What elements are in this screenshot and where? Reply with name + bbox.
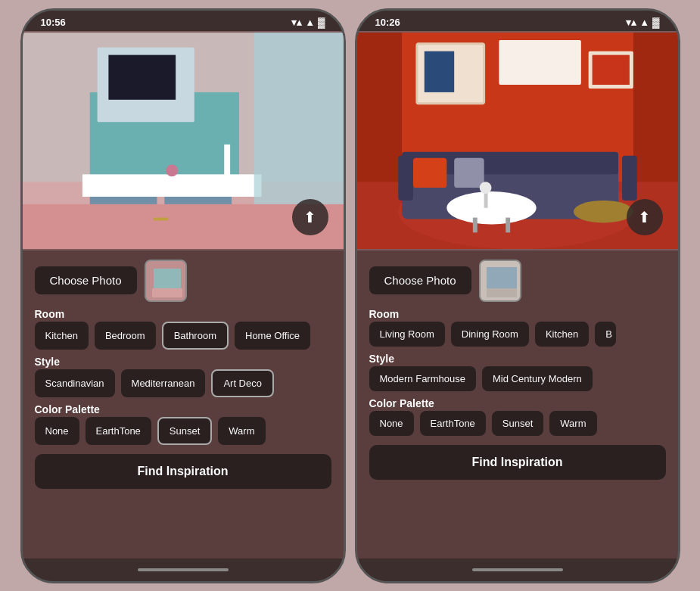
room-chip-livingroom[interactable]: Living Room bbox=[369, 322, 445, 347]
svg-point-11 bbox=[166, 164, 178, 176]
bottom-section-1: Choose Photo Room Kitchen Bedroom bbox=[23, 250, 344, 558]
svg-rect-15 bbox=[152, 288, 182, 297]
phone-2: 10:26 ▾▴ ▲ ▓ bbox=[355, 8, 680, 583]
share-button-1[interactable]: ⬆ bbox=[292, 199, 328, 235]
choose-row-2: Choose Photo bbox=[369, 260, 666, 302]
svg-rect-30 bbox=[398, 155, 413, 200]
choose-row-1: Choose Photo bbox=[35, 260, 331, 302]
choose-photo-button-1[interactable]: Choose Photo bbox=[35, 266, 137, 294]
style-chip-midcentury[interactable]: Mid Century Modern bbox=[482, 366, 593, 391]
style-chips-1: Scandinavian Mediterranean Art Deco bbox=[35, 369, 331, 397]
svg-rect-39 bbox=[506, 217, 510, 232]
room-image-2: ⬆ bbox=[357, 31, 678, 250]
find-inspiration-button-1[interactable]: Find Inspiration bbox=[35, 454, 331, 489]
room-chip-diningroom[interactable]: Dining Room bbox=[451, 322, 529, 347]
time-1: 10:56 bbox=[41, 17, 66, 28]
room-chip-homeoffice[interactable]: Home Office bbox=[235, 322, 310, 350]
room-chip-partial[interactable]: B bbox=[595, 322, 616, 347]
room-chip-kitchen-2[interactable]: Kitchen bbox=[535, 322, 589, 347]
svg-rect-42 bbox=[487, 288, 517, 297]
share-button-2[interactable]: ⬆ bbox=[627, 199, 663, 235]
color-chip-none-2[interactable]: None bbox=[369, 411, 414, 436]
svg-rect-41 bbox=[487, 267, 517, 288]
home-bar-2 bbox=[472, 568, 563, 571]
signal-icon: ▲ bbox=[305, 17, 315, 28]
color-chip-sunset-2[interactable]: Sunset bbox=[492, 411, 543, 436]
svg-rect-32 bbox=[412, 157, 446, 187]
svg-point-34 bbox=[446, 191, 536, 224]
color-chip-earthtone-1[interactable]: EarthTone bbox=[86, 417, 151, 445]
room-chips-1: Kitchen Bedroom Bathroom Home Office bbox=[35, 322, 331, 350]
share-icon-1: ⬆ bbox=[303, 208, 316, 226]
find-inspiration-button-2[interactable]: Find Inspiration bbox=[369, 445, 666, 480]
svg-rect-31 bbox=[622, 155, 637, 200]
room-chips-2: Living Room Dining Room Kitchen B bbox=[369, 322, 666, 347]
color-chips-1: None EarthTone Sunset Warm bbox=[35, 417, 331, 445]
phone-content-2: ⬆ Choose Photo Room bbox=[357, 31, 678, 558]
style-chip-scandinavian[interactable]: Scandinavian bbox=[35, 369, 115, 397]
home-indicator-2 bbox=[357, 558, 678, 581]
phone-content-1: ⬆ Choose Photo Room bbox=[23, 31, 344, 558]
status-bar-2: 10:26 ▾▴ ▲ ▓ bbox=[357, 11, 678, 31]
color-chip-earthtone-2[interactable]: EarthTone bbox=[420, 411, 486, 436]
room-section-2: Room Living Room Dining Room Kitchen B bbox=[369, 308, 666, 347]
battery-icon: ▓ bbox=[318, 17, 325, 28]
style-chip-modernfarmhouse[interactable]: Modern Farmhouse bbox=[369, 366, 476, 391]
color-chips-2: None EarthTone Sunset Warm bbox=[369, 411, 666, 436]
color-label-2: Color Palette bbox=[369, 397, 666, 409]
room-chip-bathroom[interactable]: Bathroom bbox=[162, 322, 229, 350]
wifi-icon-2: ▾▴ bbox=[626, 17, 636, 28]
style-chips-2: Modern Farmhouse Mid Century Modern bbox=[369, 366, 666, 391]
svg-rect-12 bbox=[153, 217, 168, 220]
room-image-1: ⬆ bbox=[23, 31, 344, 250]
svg-rect-14 bbox=[154, 269, 181, 288]
bottom-section-2: Choose Photo Room Living Room Dining bbox=[357, 250, 678, 558]
phone-1: 10:56 ▾▴ ▲ ▓ bbox=[20, 8, 346, 583]
svg-rect-10 bbox=[224, 144, 230, 188]
style-section-2: Style Modern Farmhouse Mid Century Moder… bbox=[369, 353, 666, 391]
svg-rect-22 bbox=[424, 51, 453, 92]
svg-rect-23 bbox=[499, 39, 580, 84]
svg-rect-33 bbox=[454, 157, 484, 187]
thumb-image-2 bbox=[481, 261, 520, 300]
room-section-1: Room Kitchen Bedroom Bathroom Home Offic… bbox=[35, 308, 331, 350]
svg-rect-38 bbox=[472, 217, 477, 232]
room-chip-kitchen[interactable]: Kitchen bbox=[35, 322, 89, 350]
color-chip-sunset-1[interactable]: Sunset bbox=[157, 417, 212, 445]
svg-point-35 bbox=[573, 200, 633, 222]
svg-point-37 bbox=[479, 182, 491, 194]
svg-rect-8 bbox=[254, 33, 343, 204]
thumb-image-1 bbox=[146, 261, 185, 300]
style-section-1: Style Scandinavian Mediterranean Art Dec… bbox=[35, 356, 331, 397]
color-section-2: Color Palette None EarthTone Sunset Warm bbox=[369, 397, 666, 436]
style-chip-artdeco[interactable]: Art Deco bbox=[211, 369, 274, 397]
home-indicator-1 bbox=[23, 558, 344, 581]
home-bar-1 bbox=[138, 568, 229, 571]
style-label-2: Style bbox=[369, 353, 666, 365]
room-label-1: Room bbox=[35, 308, 331, 320]
svg-rect-4 bbox=[82, 174, 261, 197]
room-label-2: Room bbox=[369, 308, 666, 320]
svg-rect-9 bbox=[108, 54, 176, 99]
color-label-1: Color Palette bbox=[35, 403, 331, 415]
wifi-icon: ▾▴ bbox=[291, 17, 302, 28]
choose-photo-button-2[interactable]: Choose Photo bbox=[369, 266, 471, 294]
status-icons-2: ▾▴ ▲ ▓ bbox=[626, 17, 659, 28]
color-chip-none-1[interactable]: None bbox=[35, 417, 79, 445]
color-chip-warm-1[interactable]: Warm bbox=[218, 417, 265, 445]
color-section-1: Color Palette None EarthTone Sunset Warm bbox=[35, 403, 331, 445]
status-icons-1: ▾▴ ▲ ▓ bbox=[291, 17, 325, 28]
svg-rect-25 bbox=[592, 54, 629, 84]
thumbnail-2[interactable] bbox=[479, 260, 521, 302]
style-label-1: Style bbox=[35, 356, 331, 368]
room-chip-bedroom[interactable]: Bedroom bbox=[95, 322, 156, 350]
status-bar-1: 10:56 ▾▴ ▲ ▓ bbox=[23, 11, 344, 31]
share-icon-2: ⬆ bbox=[638, 208, 651, 226]
signal-icon-2: ▲ bbox=[639, 17, 649, 28]
style-chip-mediterranean[interactable]: Mediterranean bbox=[121, 369, 206, 397]
thumbnail-1[interactable] bbox=[145, 260, 187, 302]
color-chip-warm-2[interactable]: Warm bbox=[549, 411, 596, 436]
time-2: 10:26 bbox=[375, 17, 400, 28]
battery-icon-2: ▓ bbox=[652, 17, 659, 28]
